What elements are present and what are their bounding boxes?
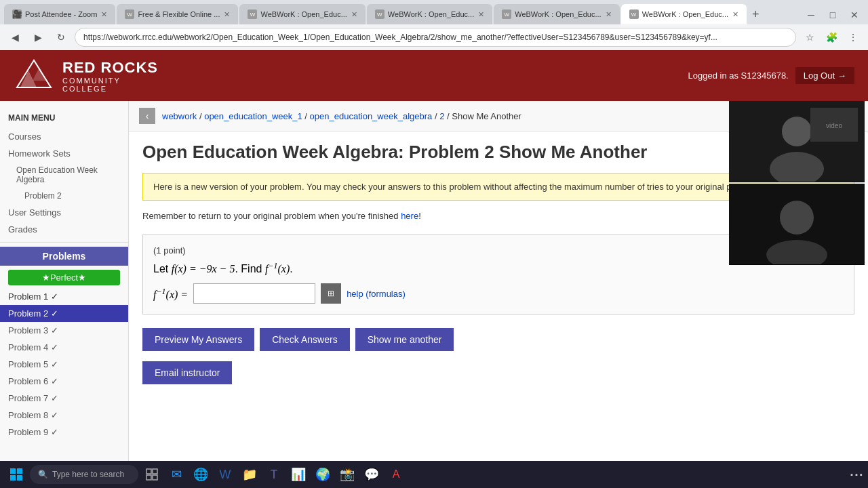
sidebar-item-problem2[interactable]: Problem 2 <box>0 188 128 204</box>
sidebar-item-open-education-week[interactable]: Open Education Week Algebra <box>0 162 128 188</box>
answer-row: f−1(x) = ⊞ help (formulas) <box>153 283 844 304</box>
address-input[interactable] <box>75 28 796 47</box>
tab-close-1[interactable]: ✕ <box>101 10 107 19</box>
tab-close-3[interactable]: ✕ <box>351 10 357 19</box>
windows-icon <box>10 468 22 481</box>
logout-button[interactable]: Log Out → <box>795 67 854 84</box>
answer-prefix: f−1(x) = <box>153 287 188 301</box>
tab-2[interactable]: W Free & Flexible Online ... ✕ <box>117 4 238 24</box>
maximize-button[interactable]: □ <box>823 5 842 24</box>
sidebar-item-problem-6[interactable]: Problem 6 ✓ <box>0 373 128 390</box>
sidebar-divider <box>0 242 128 243</box>
svg-point-5 <box>782 117 812 146</box>
breadcrumb-text: webwork / open_education_week_1 / open_e… <box>162 111 521 121</box>
svg-text:video: video <box>826 122 842 129</box>
sidebar-item-homework-sets[interactable]: Homework Sets <box>0 145 128 162</box>
close-button[interactable]: ✕ <box>845 5 864 24</box>
logo-line2: COMMUNITY <box>62 77 158 85</box>
breadcrumb-back-button[interactable]: ‹ <box>139 108 155 124</box>
answer-input[interactable] <box>193 283 315 304</box>
formula-button[interactable]: ⊞ <box>321 283 341 304</box>
tab-label-3: WeBWorK : Open_Educ... <box>260 10 347 18</box>
header-right: Logged in as S12345678. Log Out → <box>688 67 854 84</box>
sidebar-item-user-settings[interactable]: User Settings <box>0 204 128 221</box>
sidebar-item-grades[interactable]: Grades <box>0 221 128 238</box>
tab-label-2: Free & Flexible Online ... <box>138 10 220 18</box>
problem-math: f(x) = −9x − 5 <box>172 263 235 274</box>
taskbar-explorer[interactable]: 📁 <box>239 464 260 485</box>
check-answers-button[interactable]: Check Answers <box>260 328 349 351</box>
taskbar-app7[interactable]: 🌍 <box>312 464 334 485</box>
tab-1[interactable]: 🎥 Post Attendee - Zoom ✕ <box>4 4 115 24</box>
svg-rect-17 <box>153 469 157 474</box>
taskbar-app8[interactable]: 📸 <box>336 464 358 485</box>
sidebar-item-problem-3[interactable]: Problem 3 ✓ <box>0 322 128 339</box>
tab-label-6: WeBWorK : Open_Educ... <box>642 10 728 18</box>
taskbar-app9[interactable]: 💬 <box>361 464 382 485</box>
taskbar-search-icon: 🔍 <box>38 470 48 479</box>
svg-rect-15 <box>17 475 22 481</box>
extension-icon[interactable]: 🧩 <box>822 28 841 47</box>
tab-close-5[interactable]: ✕ <box>606 10 612 19</box>
show-another-button[interactable]: Show me another <box>355 328 454 351</box>
breadcrumb-webwork[interactable]: webwork <box>162 111 197 121</box>
tab-6[interactable]: W WeBWorK : Open_Educ... ✕ <box>621 4 747 24</box>
help-formulas-link[interactable]: help (formulas) <box>347 289 406 299</box>
taskbar-task-view[interactable] <box>141 464 163 485</box>
svg-rect-14 <box>10 475 16 481</box>
email-row: Email instructor <box>142 361 854 384</box>
content-area: ‹ webwork / open_education_week_1 / open… <box>129 101 868 488</box>
back-button[interactable]: ◀ <box>5 28 24 47</box>
forward-button[interactable]: ▶ <box>28 28 47 47</box>
minimize-button[interactable]: ─ <box>802 5 821 24</box>
taskbar-word[interactable]: W <box>214 464 236 485</box>
video-frame-2 <box>729 184 865 265</box>
taskbar-outlook[interactable]: ✉ <box>165 464 187 485</box>
tab-close-2[interactable]: ✕ <box>224 10 230 19</box>
taskbar-teams[interactable]: T <box>263 464 285 485</box>
new-tab-button[interactable]: + <box>748 7 764 22</box>
preview-answers-button[interactable]: Preview My Answers <box>142 328 254 351</box>
sidebar-main-menu-label: MAIN MENU <box>0 108 128 128</box>
browser-chrome: 🎥 Post Attendee - Zoom ✕ W Free & Flexib… <box>0 0 868 50</box>
taskbar-search-box[interactable]: 🔍 Type here to search <box>30 465 138 484</box>
tab-5[interactable]: W WeBWorK : Open_Educ... ✕ <box>494 4 619 24</box>
breadcrumb-2[interactable]: 2 <box>439 111 444 121</box>
address-bar-row: ◀ ▶ ↻ ☆ 🧩 ⋮ <box>0 24 868 50</box>
here-link[interactable]: here <box>401 211 418 221</box>
sidebar-item-problem-9[interactable]: Problem 9 ✓ <box>0 424 128 441</box>
tab-3[interactable]: W WeBWorK : Open_Educ... ✕ <box>239 4 365 24</box>
notice-text: Here is a new version of your problem. Y… <box>153 182 761 192</box>
button-row: Preview My Answers Check Answers Show me… <box>142 328 854 351</box>
breadcrumb-algebra[interactable]: open_education_week_algebra <box>310 111 433 121</box>
tab-close-4[interactable]: ✕ <box>478 10 484 19</box>
tab-4[interactable]: W WeBWorK : Open_Educ... ✕ <box>367 4 492 24</box>
tab-label-1: Post Attendee - Zoom <box>25 10 97 18</box>
logo-line1: RED ROCKS <box>62 59 158 77</box>
email-instructor-button[interactable]: Email instructor <box>142 361 232 384</box>
breadcrumb-week1[interactable]: open_education_week_1 <box>204 111 302 121</box>
tab-favicon-4: W <box>375 9 384 19</box>
sidebar-item-problem-2[interactable]: Problem 2 ✓ <box>0 305 128 322</box>
refresh-button[interactable]: ↻ <box>52 28 71 47</box>
taskbar-start-button[interactable] <box>5 464 27 485</box>
site-header: RED ROCKS COMMUNITY COLLEGE Logged in as… <box>0 50 868 101</box>
logo-text: RED ROCKS COMMUNITY COLLEGE <box>62 59 158 93</box>
sidebar-item-problem-5[interactable]: Problem 5 ✓ <box>0 356 128 373</box>
logo-area: RED ROCKS COMMUNITY COLLEGE <box>14 57 158 94</box>
tab-close-6[interactable]: ✕ <box>732 10 738 19</box>
taskbar-chrome[interactable]: 🌐 <box>190 464 212 485</box>
tab-favicon-3: W <box>248 9 257 19</box>
bookmark-icon[interactable]: ☆ <box>800 28 819 47</box>
svg-rect-13 <box>17 468 22 474</box>
taskbar-app6[interactable]: 📊 <box>288 464 309 485</box>
more-icon[interactable]: ⋮ <box>844 28 863 47</box>
sidebar-item-problem-1[interactable]: Problem 1 ✓ <box>0 288 128 305</box>
sidebar-item-courses[interactable]: Courses <box>0 128 128 145</box>
taskbar-app10[interactable]: A <box>385 464 407 485</box>
sidebar-item-problem-4[interactable]: Problem 4 ✓ <box>0 339 128 356</box>
sidebar-item-problem-8[interactable]: Problem 8 ✓ <box>0 407 128 424</box>
sidebar-item-problem-7[interactable]: Problem 7 ✓ <box>0 390 128 407</box>
svg-marker-2 <box>33 67 46 81</box>
svg-rect-12 <box>10 468 16 474</box>
